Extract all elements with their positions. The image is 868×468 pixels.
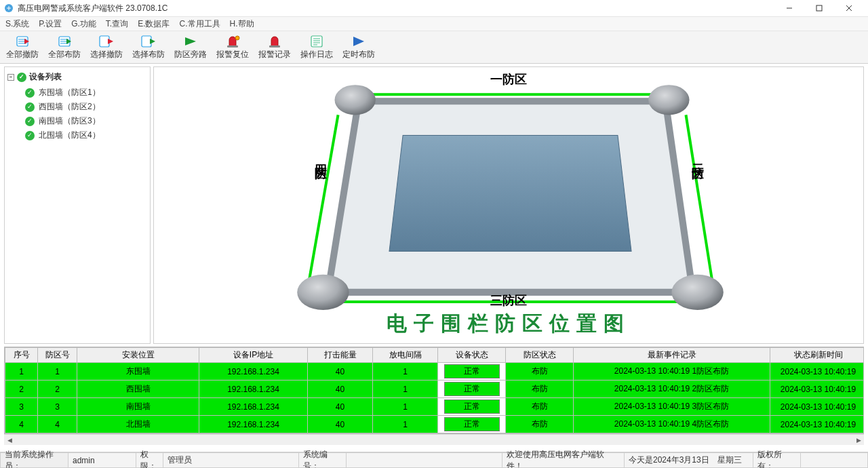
svg-rect-11 bbox=[227, 45, 238, 47]
minimize-button[interactable] bbox=[774, 0, 804, 16]
table-row[interactable]: 22西围墙192.168.1.234401正常布防2024-03-13 10:4… bbox=[5, 381, 865, 398]
cell-zoneState: 布防 bbox=[506, 416, 574, 433]
status-date: 今天是2024年3月13日 星期三 bbox=[624, 452, 753, 468]
menu-help[interactable]: H.帮助 bbox=[230, 18, 254, 30]
svg-point-28 bbox=[297, 275, 349, 310]
toolbar-op-log[interactable]: 操作日志 bbox=[296, 33, 338, 62]
menu-function[interactable]: G.功能 bbox=[71, 18, 96, 30]
toolbar-timed-arm[interactable]: 定时布防 bbox=[338, 33, 380, 62]
cell-ip: 192.168.1.234 bbox=[199, 398, 308, 416]
cell-refTime: 2024-03-13 10:40:19 bbox=[770, 398, 865, 416]
svg-rect-8 bbox=[142, 36, 151, 47]
op-log-icon bbox=[309, 34, 324, 49]
th-lastevent[interactable]: 最新事件记录 bbox=[574, 348, 770, 363]
table-row[interactable]: 44北围墙192.168.1.234401正常布防2024-03-13 10:4… bbox=[5, 416, 865, 433]
cell-ip: 192.168.1.234 bbox=[199, 416, 308, 433]
menu-tools[interactable]: C.常用工具 bbox=[180, 18, 220, 30]
svg-marker-9 bbox=[150, 39, 155, 44]
toolbar-zone-bypass[interactable]: 防区旁路 bbox=[170, 33, 212, 62]
tree-item[interactable]: ✓北围墙（防区4） bbox=[25, 128, 147, 142]
th-location[interactable]: 安装位置 bbox=[77, 348, 199, 363]
table-row[interactable]: 11东围墙192.168.1.234401正常布防2024-03-13 10:4… bbox=[5, 363, 865, 381]
cell-devState: 正常 bbox=[438, 416, 506, 433]
cell-location: 西围墙 bbox=[77, 381, 199, 398]
tree-root[interactable]: − ✓ 设备列表 bbox=[7, 71, 147, 83]
app-icon bbox=[4, 3, 14, 13]
toolbar-select-arm[interactable]: 选择布防 bbox=[127, 33, 170, 62]
statusbar: 当前系统操作员： admin 权限： 管理员 系统编号： 欢迎使用高压电网客户端… bbox=[0, 452, 868, 468]
cell-energy: 40 bbox=[308, 363, 373, 381]
th-devstate[interactable]: 设备状态 bbox=[438, 348, 506, 363]
table-scroll[interactable]: 序号 防区号 安装位置 设备IP地址 打击能量 放电间隔 设备状态 防区状态 最… bbox=[4, 347, 864, 434]
devstate-button[interactable]: 正常 bbox=[444, 382, 500, 396]
devstate-button[interactable]: 正常 bbox=[444, 364, 500, 378]
scroll-left-icon[interactable]: ◀ bbox=[4, 435, 15, 446]
menu-query[interactable]: T.查询 bbox=[106, 18, 128, 30]
toolbar-label: 全部布防 bbox=[48, 49, 81, 60]
select-arm-icon bbox=[140, 34, 157, 49]
table-row[interactable]: 33南围墙192.168.1.234401正常布防2024-03-13 10:4… bbox=[5, 398, 865, 416]
scroll-right-icon[interactable]: ▶ bbox=[853, 435, 864, 446]
horizontal-scrollbar[interactable]: ◀ ▶ bbox=[4, 434, 864, 445]
status-ok-icon: ✓ bbox=[25, 88, 35, 98]
th-zoneno[interactable]: 防区号 bbox=[38, 348, 77, 363]
cell-refTime: 2024-03-13 10:40:19 bbox=[770, 416, 865, 433]
th-reftime[interactable]: 状态刷新时间 bbox=[770, 348, 865, 363]
svg-point-26 bbox=[335, 85, 376, 115]
devstate-button[interactable]: 正常 bbox=[444, 417, 500, 431]
bypass-icon bbox=[182, 34, 199, 49]
th-energy[interactable]: 打击能量 bbox=[308, 348, 373, 363]
menu-database[interactable]: E.数据库 bbox=[138, 18, 170, 30]
tree-item[interactable]: ✓东围墙（防区1） bbox=[25, 85, 147, 100]
cell-zoneNo: 2 bbox=[38, 381, 77, 398]
zone-diagram: 一防区 二防区 三防区 四防区 电子围栏防区位置图 bbox=[153, 66, 864, 344]
svg-point-12 bbox=[235, 36, 239, 40]
toolbar-alarm-reset[interactable]: 报警复位 bbox=[212, 33, 254, 62]
status-ok-icon: ✓ bbox=[17, 73, 26, 82]
status-sysno-label: 系统编号： bbox=[298, 452, 346, 468]
tree-item[interactable]: ✓南围墙（防区3） bbox=[25, 114, 147, 128]
cell-zoneState: 布防 bbox=[506, 363, 574, 381]
tree-item-label: 东围墙（防区1） bbox=[39, 87, 100, 98]
close-button[interactable] bbox=[834, 0, 864, 16]
toolbar-disarm-all[interactable]: 全部撤防 bbox=[1, 33, 43, 62]
menu-settings[interactable]: P.设置 bbox=[39, 18, 62, 30]
status-ok-icon: ✓ bbox=[25, 131, 35, 140]
tree-item-label: 北围墙（防区4） bbox=[39, 130, 100, 141]
tree-item-label: 南围墙（防区3） bbox=[39, 115, 100, 127]
cell-location: 南围墙 bbox=[77, 398, 199, 416]
svg-marker-17 bbox=[389, 136, 631, 252]
svg-point-27 bbox=[648, 85, 689, 115]
th-seq[interactable]: 序号 bbox=[5, 348, 38, 363]
tree-root-label: 设备列表 bbox=[29, 71, 62, 83]
menu-system[interactable]: S.系统 bbox=[5, 18, 29, 30]
tree-item-label: 西围墙（防区2） bbox=[39, 101, 100, 113]
status-operator-label: 当前系统操作员： bbox=[0, 452, 68, 468]
toolbar-select-disarm[interactable]: 选择撤防 bbox=[85, 33, 127, 62]
cell-ip: 192.168.1.234 bbox=[199, 381, 308, 398]
svg-point-29 bbox=[671, 275, 723, 310]
th-zonestate[interactable]: 防区状态 bbox=[506, 348, 574, 363]
zone1-label: 一防区 bbox=[490, 71, 527, 87]
toolbar-label: 全部撤防 bbox=[6, 49, 39, 60]
toolbar-label: 操作日志 bbox=[300, 49, 333, 60]
cell-location: 北围墙 bbox=[77, 416, 199, 433]
th-interval[interactable]: 放电间隔 bbox=[373, 348, 438, 363]
th-ip[interactable]: 设备IP地址 bbox=[199, 348, 308, 363]
toolbar-alarm-log[interactable]: 报警记录 bbox=[254, 33, 296, 62]
cell-zoneState: 布防 bbox=[506, 398, 574, 416]
tree-collapse-icon[interactable]: − bbox=[7, 74, 14, 81]
maximize-button[interactable] bbox=[804, 0, 834, 16]
cell-interval: 1 bbox=[373, 363, 438, 381]
device-tree[interactable]: − ✓ 设备列表 ✓东围墙（防区1）✓西围墙（防区2）✓南围墙（防区3）✓北围墙… bbox=[4, 66, 151, 344]
tree-item[interactable]: ✓西围墙（防区2） bbox=[25, 100, 147, 114]
cell-devState: 正常 bbox=[438, 363, 506, 381]
status-role-label: 权限： bbox=[136, 452, 163, 468]
svg-rect-13 bbox=[269, 45, 280, 47]
cell-seq: 4 bbox=[5, 416, 38, 433]
toolbar-arm-all[interactable]: 全部布防 bbox=[43, 33, 85, 62]
cell-refTime: 2024-03-13 10:40:19 bbox=[770, 363, 865, 381]
cell-seq: 1 bbox=[5, 363, 38, 381]
devstate-button[interactable]: 正常 bbox=[444, 399, 500, 414]
alarm-log-icon bbox=[267, 34, 282, 49]
